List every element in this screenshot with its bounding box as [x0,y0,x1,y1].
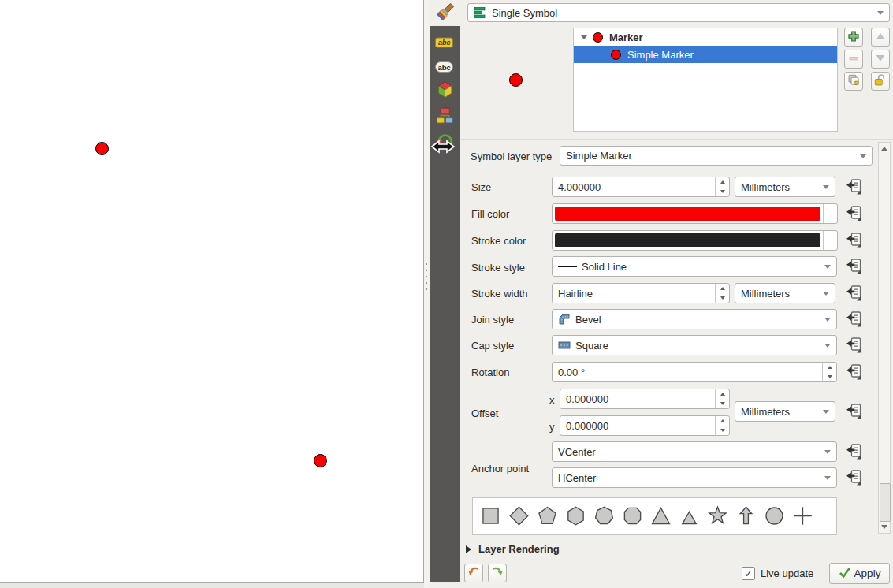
panel-scrollbar[interactable] [878,142,891,534]
spinner-buttons[interactable] [715,284,729,303]
marker-shape-square[interactable] [476,501,504,530]
marker-shape-diamond[interactable] [504,501,533,530]
stroke-color-override-button[interactable] [844,231,863,250]
tree-expand-icon[interactable] [581,35,587,39]
move-down-button[interactable] [871,50,890,69]
offset-override-button[interactable] [844,402,863,421]
symbology-mode-dropdown[interactable]: Single Symbol [467,3,890,22]
size-input[interactable]: 4.000000 [552,177,730,197]
map-marker [95,142,109,155]
svg-text:abc: abc [438,62,451,71]
fill-color-override-button[interactable] [844,204,863,223]
rotation-value: 0.00 ° [558,367,585,378]
svg-text:abc: abc [438,39,451,47]
offset-y-input[interactable]: 0.000000 [560,415,730,436]
stroke-width-unit-dropdown[interactable]: Millimeters [735,283,835,303]
offset-x-input[interactable]: 0.000000 [560,389,730,409]
move-up-button[interactable] [871,28,890,47]
rotation-override-button[interactable] [844,363,863,381]
live-update-control: ✓ Live update [742,567,813,580]
marker-shape-left-half-triangle[interactable] [561,530,590,535]
marker-shape-third-circle[interactable] [618,530,646,535]
marker-shape-octagon[interactable] [618,501,646,530]
marker-shape-right-half-triangle[interactable] [533,530,561,535]
undo-button[interactable] [464,564,483,582]
tab-labels[interactable]: abc [434,33,455,54]
layer-styling-panel: abc abc [430,0,893,588]
size-unit-dropdown[interactable]: Millimeters [735,177,835,197]
size-override-button[interactable] [844,177,863,196]
duplicate-layer-button[interactable] [844,72,863,91]
offset-unit-dropdown[interactable]: Millimeters [735,401,835,422]
styling-tab-strip: abc abc [430,26,460,582]
marker-shape-shield[interactable] [731,530,760,535]
marker-shape-heptagon[interactable] [590,501,618,530]
marker-shape-star[interactable] [703,501,731,530]
live-update-checkbox[interactable]: ✓ [742,567,755,580]
chevron-down-icon [860,154,866,158]
offset-unit-value: Millimeters [741,406,790,418]
marker-shape-arrowhead[interactable] [703,530,731,535]
cap-style-override-button[interactable] [844,336,863,355]
marker-shape-half-square[interactable] [476,530,504,535]
join-style-override-button[interactable] [844,310,863,329]
scrollbar-thumb[interactable] [880,483,891,522]
fill-color-dropdown[interactable] [823,204,837,223]
marker-shape-circle[interactable] [760,501,788,530]
anchor-vertical-override-button[interactable] [844,442,863,461]
marker-shape-diagonal-half-square[interactable] [504,530,533,535]
stroke-color-dropdown[interactable] [823,231,837,250]
marker-shape-equilateral-triangle[interactable] [675,501,703,530]
tree-row-marker[interactable]: Marker [574,28,837,46]
marker-shape-triangle[interactable] [646,501,675,530]
anchor-horizontal-override-button[interactable] [844,468,863,487]
panel-splitter[interactable] [424,0,430,588]
redo-button[interactable] [488,564,507,582]
spinner-buttons[interactable] [822,363,836,381]
marker-shape-quarter-circle[interactable] [646,530,675,535]
tab-symbology[interactable] [433,1,458,25]
symbol-layer-tree: Marker Simple Marker [573,28,838,132]
anchor-vertical-dropdown[interactable]: VCenter [552,441,837,462]
spinner-buttons[interactable] [715,389,729,408]
3d-view-icon [435,80,455,102]
join-style-dropdown[interactable]: Bevel [552,309,837,329]
marker-shape-arrow-up[interactable] [731,501,760,530]
add-symbol-layer-button[interactable] [844,28,863,47]
spinner-buttons[interactable] [715,177,729,196]
stroke-style-dropdown[interactable]: Solid Line [552,256,837,277]
remove-symbol-layer-button[interactable] [844,50,863,69]
scroll-down-icon[interactable] [879,522,890,532]
layer-rendering-toggle[interactable]: Layer Rendering [466,543,560,555]
tab-3d-view[interactable] [434,80,455,101]
qgis-window: abc abc [0,0,893,588]
fill-color-button[interactable] [552,203,838,224]
stroke-width-label: Stroke width [471,288,528,300]
stroke-color-button[interactable] [552,230,838,251]
marker-shape-hexagon[interactable] [561,501,590,530]
marker-shape-pentagon[interactable] [533,501,561,530]
spinner-buttons[interactable] [715,416,729,435]
map-canvas[interactable] [0,0,424,583]
stroke-width-override-button[interactable] [844,284,863,303]
chevron-down-icon [824,344,831,348]
stroke-style-override-button[interactable] [844,257,863,276]
marker-shape-quarter-square[interactable] [788,530,817,535]
rotation-input[interactable]: 0.00 ° [552,362,837,382]
tab-callouts[interactable]: abc [434,58,455,78]
marker-shape-semi-circle[interactable] [590,530,618,535]
chevron-down-icon [824,450,831,454]
marker-shape-cross[interactable] [788,501,817,530]
cap-style-dropdown[interactable]: Square [552,335,837,355]
lock-color-button[interactable] [871,72,890,91]
marker-shape-vertical-line[interactable] [760,530,788,535]
anchor-horizontal-dropdown[interactable]: HCenter [552,467,837,488]
stroke-width-input[interactable]: Hairline [552,283,730,303]
scroll-up-icon[interactable] [879,143,890,154]
tree-row-simple-marker[interactable]: Simple Marker [574,46,837,63]
tab-diagrams[interactable] [434,106,455,127]
apply-button[interactable]: Apply [829,563,890,584]
layer-rendering-label: Layer Rendering [478,543,560,555]
marker-shape-cross-fill[interactable] [675,530,703,535]
symbol-layer-type-dropdown[interactable]: Simple Marker [560,146,873,166]
